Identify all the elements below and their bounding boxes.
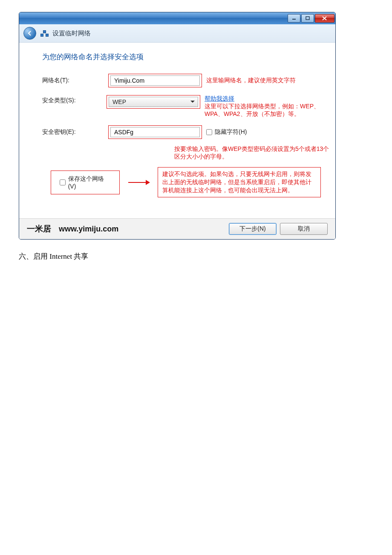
help-me-choose-link[interactable]: 帮助我选择 — [205, 95, 234, 102]
back-button[interactable] — [23, 27, 36, 40]
minimize-button[interactable] — [288, 14, 300, 23]
label-security-key: 安全密钥(E): — [42, 128, 108, 136]
maximize-button[interactable] — [301, 14, 314, 23]
hide-characters-checkbox[interactable]: 隐藏字符(H) — [206, 128, 247, 136]
network-icon — [40, 30, 48, 36]
row-network-name: 网络名(T): 这里输网络名，建议使用英文字符 — [42, 74, 321, 87]
dialog-body: 为您的网络命名并选择安全选项 网络名(T): 这里输网络名，建议使用英文字符 安… — [19, 43, 335, 218]
save-network-check[interactable] — [60, 179, 66, 185]
save-network-checkbox[interactable]: 保存这个网络(V) — [51, 171, 120, 194]
dialog-footer: 一米居 www.yimiju.com 下一步(N) 取消 — [19, 218, 335, 239]
arrow-icon — [128, 182, 149, 183]
hide-characters-label: 隐藏字符(H) — [215, 128, 247, 136]
annot-box: WEP — [107, 95, 200, 109]
dialog-title: 设置临时网络 — [52, 29, 91, 38]
annot-box — [108, 125, 202, 139]
hide-characters-check[interactable] — [206, 129, 212, 135]
document-caption: 六、启用 Internet 共享 — [19, 251, 373, 261]
chevron-down-icon — [189, 98, 196, 105]
row-security-type: 安全类型(S): WEP 帮助我选择 这里可以下拉选择网络类型，例如：WEP、W… — [42, 95, 321, 118]
brand-url: www.yimiju.com — [59, 225, 118, 234]
svg-rect-1 — [306, 17, 309, 20]
next-button[interactable]: 下一步(N) — [229, 223, 277, 235]
annot-password-rule: 按要求输入密码。像WEP类型密码必须设置为5个或者13个区分大小小的字母。 — [174, 145, 332, 160]
footer-buttons: 下一步(N) 取消 — [229, 223, 328, 235]
row-save-network: 保存这个网络(V) 建议不勾选此项。如果勾选，只要无线网卡启用，则将发出上面的无… — [51, 167, 321, 197]
label-security-type: 安全类型(S): — [42, 95, 107, 104]
brand-name: 一米居 — [27, 223, 51, 234]
network-name-input[interactable] — [110, 75, 200, 86]
row-security-key: 安全密钥(E): 隐藏字符(H) — [42, 125, 321, 139]
annot-security-type: 这里可以下拉选择网络类型，例如：WEP、WPA、WPA2、开放（不加密）等。 — [205, 103, 321, 118]
brand: 一米居 www.yimiju.com — [27, 223, 118, 234]
save-network-label: 保存这个网络(V) — [68, 175, 111, 190]
annot-network-name: 这里输网络名，建议使用英文字符 — [206, 77, 296, 84]
section-title: 为您的网络命名并选择安全选项 — [42, 52, 321, 62]
annot-save-network: 建议不勾选此项。如果勾选，只要无线网卡启用，则将发出上面的无线临时网络，但是当系… — [158, 167, 321, 197]
dialog-header: 设置临时网络 — [19, 24, 335, 43]
security-key-input[interactable] — [110, 127, 200, 137]
annot-box — [108, 74, 202, 87]
close-button[interactable] — [315, 14, 334, 23]
security-type-select[interactable]: WEP — [109, 97, 198, 107]
security-type-value: WEP — [112, 98, 126, 105]
titlebar — [19, 12, 335, 24]
label-network-name: 网络名(T): — [42, 77, 108, 84]
dialog-window: 设置临时网络 为您的网络命名并选择安全选项 网络名(T): 这里输网络名，建议使… — [19, 12, 336, 240]
cancel-button[interactable]: 取消 — [280, 223, 328, 235]
